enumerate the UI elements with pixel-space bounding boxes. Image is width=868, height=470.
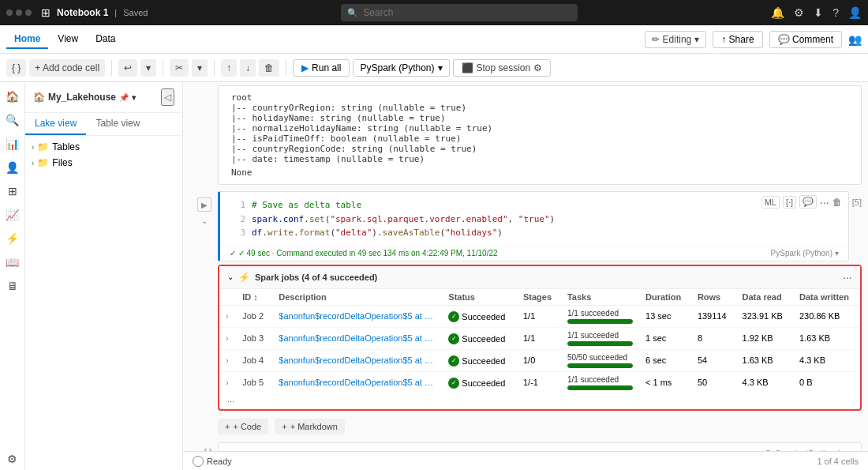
search-bar[interactable]: 🔍: [341, 4, 578, 21]
job-stages-3: 1/-1: [517, 371, 561, 393]
sidebar-home-icon[interactable]: 🏠: [2, 85, 24, 107]
job-id-2: Job 4: [236, 349, 272, 371]
people-icon[interactable]: 👥: [848, 33, 862, 46]
cell-more-icon[interactable]: ···: [820, 196, 829, 209]
job-desc-0[interactable]: $anonfun$recordDeltaOperation$5 at Synap…: [272, 305, 442, 327]
tasks-label-2: 50/50 succeeded: [567, 353, 633, 362]
job-expand-3[interactable]: ›: [219, 371, 236, 393]
titlebar: ⊞ Notebook 1 | Saved 🔍 🔔 ⚙ ⬇ ? 👤: [0, 0, 868, 25]
editing-pencil-icon: ✏: [652, 34, 660, 45]
col-data-written: Data written: [793, 289, 860, 306]
move-down-button[interactable]: ↓: [240, 59, 256, 77]
cell-5-expand-button[interactable]: ⌄: [197, 213, 211, 227]
spark-more-icon[interactable]: ···: [843, 271, 852, 284]
col-duration: Duration: [639, 289, 691, 306]
job-data-read-3: 4.3 KB: [736, 371, 793, 393]
pyspark-dropdown[interactable]: PySpark (Python) ▾: [353, 59, 449, 77]
user-icon[interactable]: 👤: [848, 6, 862, 19]
sidebar-people-icon[interactable]: 👤: [2, 156, 24, 179]
cell-ml-icon[interactable]: ML: [761, 196, 780, 209]
job-duration-1: 1 sec: [639, 327, 691, 349]
schema-line-3: |-- normalizeHolidayName: string (nullab…: [231, 123, 848, 133]
spark-icon: ⚡: [238, 272, 250, 283]
col-rows: Rows: [691, 289, 736, 306]
pin-icon[interactable]: 📌: [119, 93, 129, 102]
add-code-button[interactable]: + + Code: [218, 419, 268, 434]
run-all-button[interactable]: ▶ Run all: [293, 59, 350, 77]
job-status-0: ✓ Succeeded: [442, 305, 517, 327]
sidebar-chart-icon[interactable]: 📈: [2, 204, 24, 226]
notification-icon[interactable]: 🔔: [771, 6, 784, 19]
empty-cell-body[interactable]: 1 Press shift + enter to run PySpark (Py…: [218, 442, 862, 451]
stop-session-button[interactable]: ⬛ Stop session ⚙: [453, 59, 552, 77]
job-data-read-1: 1.92 KB: [736, 327, 793, 349]
move-up-button[interactable]: ↑: [221, 59, 237, 77]
cut-dropdown[interactable]: ▾: [192, 59, 208, 77]
delete-button[interactable]: 🗑: [259, 59, 279, 77]
cell-delete-icon[interactable]: 🗑: [832, 197, 842, 208]
tables-tree-item[interactable]: › 📁 Tables: [28, 139, 179, 155]
status-text-2: Succeeded: [462, 356, 505, 366]
sidebar-settings-icon[interactable]: ⚙: [2, 448, 24, 470]
cell-5-container: ▶ ⌄ ML [·] 💬 ··· 🗑 1: [183, 188, 868, 261]
saved-label[interactable]: Saved: [123, 8, 148, 17]
sidebar-data-icon[interactable]: 📊: [2, 133, 24, 155]
sidebar-monitor-icon[interactable]: 🖥: [2, 275, 24, 297]
tab-view[interactable]: View: [50, 30, 86, 49]
job-desc-1[interactable]: $anonfun$recordDeltaOperation$5 at Synap…: [272, 327, 442, 349]
job-expand-1[interactable]: ›: [219, 327, 236, 349]
files-tree-item[interactable]: › 📁 Files: [28, 155, 179, 171]
job-data-written-0: 230.86 KB: [793, 305, 860, 327]
add-code-label: + Add code cell: [35, 62, 99, 73]
spark-job-row: › Job 2 $anonfun$recordDeltaOperation$5 …: [219, 305, 860, 327]
add-markdown-button[interactable]: + + Markdown: [275, 419, 345, 434]
sidebar-grid-icon[interactable]: ⊞: [2, 180, 24, 202]
tasks-progress-2: [567, 363, 633, 368]
editing-badge[interactable]: ✏ Editing ▾: [645, 31, 707, 48]
app-grid-icon: ⊞: [41, 6, 51, 19]
job-desc-2[interactable]: $anonfun$recordDeltaOperation$5 at Synap…: [272, 349, 442, 371]
job-expand-0[interactable]: ›: [219, 305, 236, 327]
lake-view-tab[interactable]: Lake view: [25, 113, 86, 135]
cell-variable-icon[interactable]: [·]: [783, 196, 796, 209]
spark-job-row: › Job 3 $anonfun$recordDeltaOperation$5 …: [219, 327, 860, 349]
comment-button[interactable]: 💬 Comment: [769, 31, 842, 48]
cut-button[interactable]: ✂: [170, 59, 189, 77]
share-button[interactable]: ↑ Share: [713, 31, 762, 48]
cell-5-run-button[interactable]: ▶: [197, 197, 211, 212]
download-icon[interactable]: ⬇: [814, 6, 823, 19]
tab-data[interactable]: Data: [88, 30, 123, 49]
collapse-panel-button[interactable]: ◁: [161, 88, 174, 106]
tab-home[interactable]: Home: [6, 30, 48, 49]
sidebar-search-icon[interactable]: 🔍: [2, 109, 24, 131]
spark-jobs-title: Spark jobs (4 of 4 succeeded): [255, 273, 377, 282]
empty-cell-pyspark[interactable]: PySpark (Python) ▾: [766, 449, 851, 451]
dot2: [16, 9, 22, 16]
table-view-tab[interactable]: Table view: [86, 113, 149, 135]
undo-dropdown[interactable]: ▾: [140, 59, 156, 77]
undo-button[interactable]: ↩: [118, 59, 137, 77]
job-stages-1: 1/1: [517, 327, 561, 349]
add-code-button-label: + Code: [233, 422, 261, 431]
sidebar-book-icon[interactable]: 📖: [2, 251, 24, 273]
job-desc-3[interactable]: $anonfun$recordDeltaOperation$5 at Synap…: [272, 371, 442, 393]
spark-collapse-icon[interactable]: ⌄: [227, 273, 234, 281]
lakehouse-chevron-icon[interactable]: ▾: [132, 93, 136, 102]
cell-comment-icon[interactable]: 💬: [799, 195, 817, 209]
undo-chevron-icon: ▾: [146, 62, 151, 73]
help-icon[interactable]: ?: [832, 6, 839, 19]
job-data-read-2: 1.63 KB: [736, 349, 793, 371]
search-input[interactable]: [363, 7, 571, 18]
col-id[interactable]: ID ↕: [236, 289, 272, 306]
cell-5-pyspark-label[interactable]: PySpark (Python) ▾: [771, 249, 839, 258]
settings-icon[interactable]: ⚙: [794, 6, 804, 19]
job-expand-2[interactable]: ›: [219, 349, 236, 371]
spark-jobs-more-btn[interactable]: ···: [219, 393, 860, 409]
cell-type-dropdown[interactable]: { }: [6, 59, 26, 77]
cell-5-code[interactable]: 1 # Save as delta table 2 spark.conf.set…: [220, 192, 848, 246]
search-icon: 🔍: [347, 8, 358, 18]
add-code-cell-button[interactable]: + Add code cell: [29, 59, 105, 77]
sidebar-spark-icon[interactable]: ⚡: [2, 227, 24, 250]
move-down-icon: ↓: [245, 62, 250, 73]
tables-label: Tables: [52, 141, 80, 152]
